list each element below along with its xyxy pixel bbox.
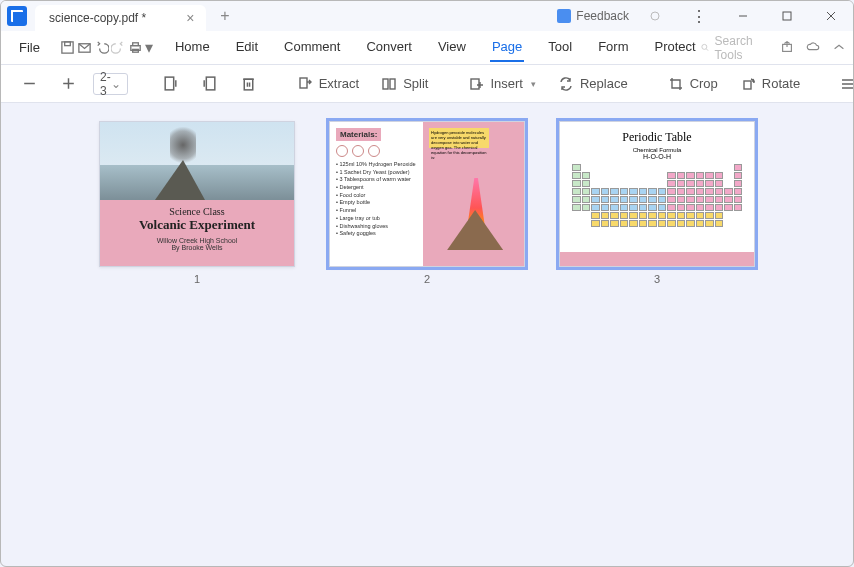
svg-rect-26 (383, 79, 388, 89)
page-thumbnail-1[interactable]: Science Class Volcanic Experiment Willow… (99, 121, 295, 285)
page-number: 3 (654, 273, 660, 285)
svg-rect-25 (300, 78, 307, 88)
share-icon[interactable] (780, 39, 794, 57)
help-icon[interactable] (637, 2, 673, 30)
page-range-select[interactable]: 2-3 (93, 73, 128, 95)
svg-rect-27 (390, 79, 395, 89)
dropdown-icon[interactable]: ▾ (145, 36, 153, 60)
rotate-button[interactable]: Rotate (734, 72, 806, 96)
search-tools[interactable]: Search Tools (700, 34, 768, 62)
maximize-button[interactable] (769, 2, 805, 30)
extract-button[interactable]: Extract (291, 72, 365, 96)
insert-blank-after-icon[interactable] (195, 71, 224, 96)
svg-rect-2 (783, 12, 791, 20)
close-tab-icon[interactable]: × (186, 10, 194, 26)
svg-rect-9 (133, 43, 139, 46)
main-tabs: HomeEditCommentConvertViewPageToolFormPr… (173, 33, 698, 62)
tab-protect[interactable]: Protect (652, 33, 697, 62)
app-icon (7, 6, 27, 26)
tab-convert[interactable]: Convert (364, 33, 414, 62)
svg-rect-5 (62, 42, 73, 53)
page-thumbnail-3[interactable]: Periodic Table Chemical Formula H-O-O-H … (559, 121, 755, 285)
print-icon[interactable] (128, 36, 143, 60)
tab-page[interactable]: Page (490, 33, 524, 62)
cloud-icon[interactable] (806, 39, 820, 57)
svg-point-0 (651, 12, 659, 20)
page-canvas[interactable]: Science Class Volcanic Experiment Willow… (1, 103, 853, 566)
zoom-in-button[interactable] (54, 71, 83, 96)
svg-rect-19 (206, 77, 215, 90)
page-thumbnail-2[interactable]: Materials: • 125ml 10% Hydrogen Peroxide… (329, 121, 525, 285)
tab-form[interactable]: Form (596, 33, 630, 62)
insert-button[interactable]: Insert▾ (462, 72, 542, 96)
svg-rect-21 (244, 79, 253, 90)
tab-title: science-copy.pdf * (49, 11, 146, 25)
svg-rect-17 (165, 77, 174, 90)
page-number: 2 (424, 273, 430, 285)
tab-comment[interactable]: Comment (282, 33, 342, 62)
mail-icon[interactable] (77, 36, 92, 60)
periodic-table-graphic (572, 164, 742, 227)
feedback-button[interactable]: Feedback (557, 9, 629, 23)
new-tab-button[interactable]: + (220, 7, 229, 25)
document-tab[interactable]: science-copy.pdf * × (35, 5, 206, 31)
save-icon[interactable] (60, 36, 75, 60)
page-number: 1 (194, 273, 200, 285)
redo-icon[interactable] (111, 36, 126, 60)
feedback-icon (557, 9, 571, 23)
tab-tool[interactable]: Tool (546, 33, 574, 62)
more-button[interactable]: More▾ (834, 72, 854, 96)
svg-point-11 (702, 44, 707, 49)
tab-home[interactable]: Home (173, 33, 212, 62)
kebab-menu-icon[interactable]: ⋮ (681, 2, 717, 30)
svg-rect-6 (65, 42, 71, 46)
svg-line-12 (706, 49, 708, 51)
menubar: File ▾ HomeEditCommentConvertViewPageToo… (1, 31, 853, 65)
svg-rect-28 (471, 79, 479, 89)
insert-blank-before-icon[interactable] (156, 71, 185, 96)
collapse-icon[interactable] (832, 39, 846, 57)
undo-icon[interactable] (94, 36, 109, 60)
tab-edit[interactable]: Edit (234, 33, 260, 62)
delete-page-icon[interactable] (234, 71, 263, 96)
replace-button[interactable]: Replace (552, 72, 634, 96)
page-toolbar: 2-3 Extract Split Insert▾ Replace Crop R… (1, 65, 853, 103)
crop-button[interactable]: Crop (662, 72, 724, 96)
close-button[interactable] (813, 2, 849, 30)
split-button[interactable]: Split (375, 72, 434, 96)
tab-view[interactable]: View (436, 33, 468, 62)
file-menu[interactable]: File (11, 36, 48, 59)
titlebar: science-copy.pdf * × + Feedback ⋮ (1, 1, 853, 31)
minimize-button[interactable] (725, 2, 761, 30)
zoom-out-button[interactable] (15, 71, 44, 96)
svg-rect-31 (744, 81, 751, 89)
